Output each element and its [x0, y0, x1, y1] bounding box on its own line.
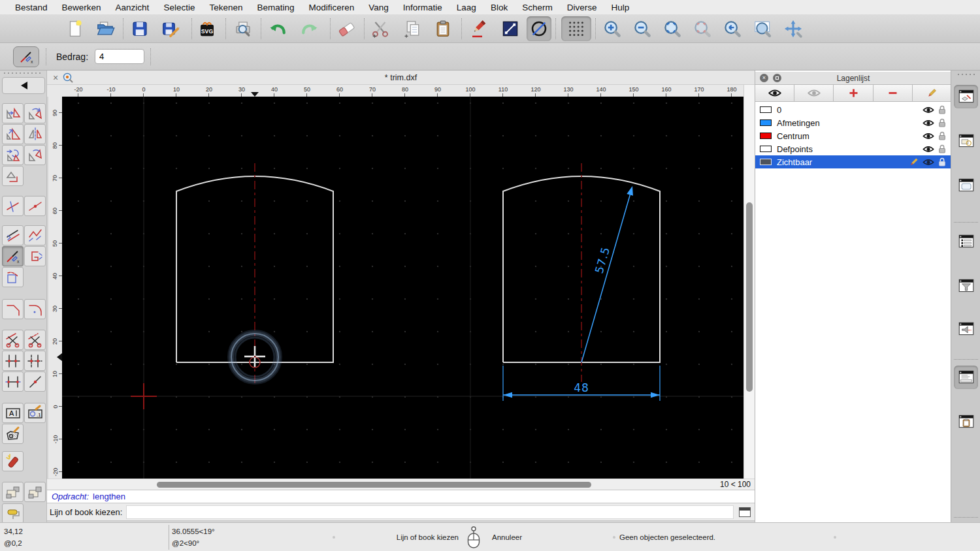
polyline-edit-tool[interactable] — [24, 246, 46, 266]
zoom-window-button[interactable] — [750, 16, 775, 41]
layer-color-swatch[interactable] — [760, 159, 772, 165]
command-line-dock-button[interactable] — [954, 366, 978, 389]
zoom-auto-button[interactable] — [660, 16, 685, 41]
menu-item[interactable]: Tekenen — [202, 3, 250, 12]
document-tab-title[interactable]: * trim.dxf — [47, 73, 755, 82]
zoom-out-button[interactable] — [630, 16, 655, 41]
project-tool[interactable] — [2, 166, 24, 186]
menu-item[interactable]: Selectie — [156, 3, 202, 12]
add-layer-button[interactable] — [834, 85, 873, 101]
bevel-tool[interactable] — [2, 299, 24, 319]
save-as-button[interactable] — [158, 16, 183, 41]
rotate-tool[interactable] — [24, 103, 46, 123]
vertical-scrollbar-thumb[interactable] — [746, 202, 753, 392]
eye-icon[interactable] — [923, 106, 934, 114]
text-edit-tool[interactable]: A — [2, 403, 24, 423]
layer-row[interactable]: Centrum — [755, 129, 951, 142]
menu-item[interactable]: Blok — [483, 3, 515, 12]
draw-line-button[interactable] — [498, 16, 523, 41]
stretch-tool[interactable] — [2, 371, 24, 392]
menu-item[interactable]: Informatie — [396, 3, 449, 12]
pencil-icon[interactable] — [909, 157, 919, 167]
cut-segment-tool[interactable] — [24, 330, 46, 350]
copy-button[interactable] — [400, 16, 425, 41]
erase-button[interactable] — [334, 16, 359, 41]
layer-row[interactable]: 0 — [755, 103, 951, 116]
zoom-previous-button[interactable] — [720, 16, 745, 41]
lock-icon[interactable] — [938, 118, 946, 127]
mirror-tool[interactable] — [24, 124, 46, 144]
print-preview-button[interactable] — [231, 16, 255, 41]
back-button[interactable] — [2, 77, 45, 94]
draft-mode-toggle[interactable] — [527, 16, 551, 41]
panel-close-icon[interactable]: × — [760, 74, 768, 82]
menu-item[interactable]: Bestand — [8, 3, 55, 12]
layer-list-dock-button[interactable] — [954, 85, 978, 108]
diagonal-dimension[interactable] — [581, 186, 633, 362]
layer-color-swatch[interactable] — [760, 106, 772, 113]
draw-pencil-button[interactable] — [466, 16, 491, 41]
menu-item[interactable]: Laag — [449, 3, 483, 12]
grid-toggle[interactable] — [561, 16, 591, 41]
layer-row[interactable]: Afmetingen — [755, 116, 951, 129]
selection-filter-dock-button[interactable] — [954, 274, 978, 298]
lengthen-tool-button[interactable]: x — [13, 46, 39, 67]
remove-layer-button[interactable] — [874, 85, 913, 101]
eye-icon[interactable] — [923, 146, 934, 153]
hide-all-layers-button[interactable] — [794, 85, 834, 101]
horizontal-scrollbar-thumb[interactable] — [157, 482, 591, 488]
order-front-tool[interactable] — [2, 482, 24, 502]
trim-two-tool[interactable] — [2, 225, 24, 245]
lengthen-tool[interactable]: x — [2, 246, 24, 266]
eye-icon[interactable] — [923, 159, 934, 166]
view-list-dock-button[interactable] — [954, 174, 978, 197]
scale-tool[interactable] — [2, 124, 24, 144]
lock-icon[interactable] — [938, 131, 946, 140]
move-tool[interactable] — [2, 103, 24, 123]
paste-button[interactable] — [431, 16, 455, 41]
divide-tool[interactable] — [24, 371, 46, 392]
lock-icon[interactable] — [938, 144, 946, 153]
edit-layer-button[interactable] — [913, 85, 951, 101]
command-input[interactable] — [126, 505, 734, 519]
lengthen-shorten-tool[interactable] — [24, 196, 46, 216]
palette-handle[interactable] — [3, 72, 43, 74]
layer-color-swatch[interactable] — [760, 119, 772, 126]
panel-detach-icon[interactable] — [773, 74, 781, 82]
layer-row-selected[interactable]: Zichtbaar — [755, 155, 951, 168]
pan-button[interactable] — [781, 16, 806, 41]
block-list-dock-button[interactable] — [954, 129, 978, 153]
dimension-edit-tool[interactable]: .1 — [24, 403, 46, 423]
hatch-edit-tool[interactable] — [2, 424, 24, 444]
open-file-button[interactable] — [93, 16, 118, 41]
menu-item[interactable]: Modificeren — [302, 3, 362, 12]
menu-item[interactable]: Bewerken — [55, 3, 108, 12]
menu-item[interactable]: Scherm — [515, 3, 560, 12]
save-button[interactable] — [127, 16, 152, 41]
multi-trim-tool[interactable] — [24, 225, 46, 245]
menu-item[interactable]: Diverse — [560, 3, 604, 12]
amount-input[interactable] — [95, 49, 144, 64]
break-manual-tool[interactable] — [24, 351, 46, 371]
break-tool[interactable] — [2, 351, 24, 371]
layer-row[interactable]: Defpoints — [755, 142, 951, 155]
lock-icon[interactable] — [938, 105, 946, 114]
drawing-canvas[interactable]: 57.5 48 — [62, 97, 743, 479]
explode-tool[interactable] — [2, 451, 24, 471]
vertical-scrollbar[interactable] — [743, 85, 755, 479]
clipboard-dock-button[interactable] — [954, 410, 978, 433]
trim-tool[interactable] — [2, 196, 24, 216]
menu-item[interactable]: Vang — [361, 3, 396, 12]
library-browser-dock-button[interactable] — [954, 317, 978, 341]
move-rotate-tool[interactable] — [2, 145, 24, 165]
lock-icon[interactable] — [938, 157, 946, 166]
menu-item[interactable]: Hulp — [604, 3, 636, 12]
undo-button[interactable] — [266, 16, 291, 41]
cut-button[interactable] — [368, 16, 393, 41]
menu-item[interactable]: Aanzicht — [108, 3, 157, 12]
rotate-two-tool[interactable] — [24, 145, 46, 165]
show-all-layers-button[interactable] — [755, 85, 794, 101]
eye-icon[interactable] — [923, 119, 934, 127]
redo-button[interactable] — [297, 16, 321, 41]
paint-tool[interactable] — [2, 503, 24, 522]
